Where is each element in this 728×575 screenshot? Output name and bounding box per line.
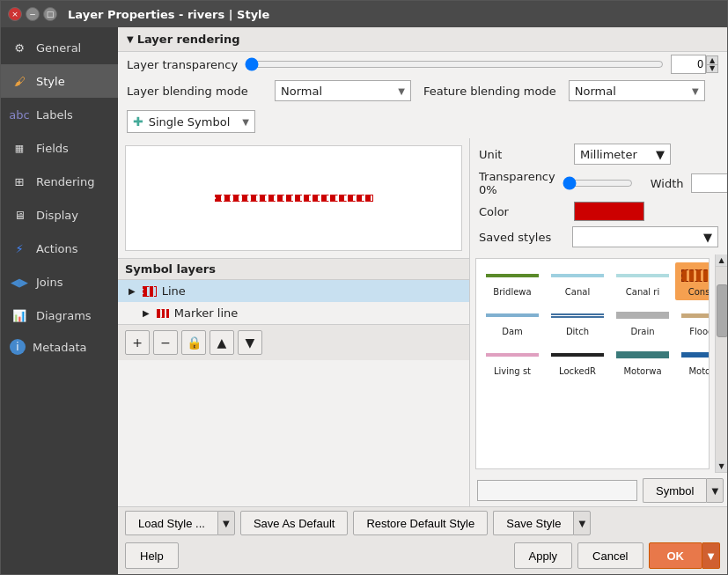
maximize-button[interactable]: □ [43, 7, 57, 21]
saved-styles-label: Saved styles [479, 231, 567, 244]
transparency-value[interactable]: 0 [671, 55, 706, 74]
style-name-input[interactable]: Construction road [477, 480, 637, 501]
sidebar-item-style[interactable]: 🖌 Style [1, 64, 118, 98]
sidebar-label-joins: Joins [36, 276, 63, 289]
sidebar-item-rendering[interactable]: ⊞ Rendering [1, 165, 118, 198]
symbol-button-split: Symbol ▼ [643, 478, 724, 503]
move-up-button[interactable]: ▲ [210, 330, 234, 355]
lockedr-preview [548, 345, 607, 365]
titlebar: × − □ Layer Properties - rivers | Style [1, 1, 727, 27]
sidebar-item-metadata[interactable]: i Metadata [1, 332, 118, 362]
construc-preview [678, 266, 710, 285]
style-cell-ditch[interactable]: Ditch [545, 302, 610, 340]
style-cell-motorwa2[interactable]: Motorwa [675, 342, 710, 380]
sidebar-label-actions: Actions [36, 242, 78, 255]
sidebar-item-general[interactable]: ⚙ General [1, 31, 118, 64]
save-default-button[interactable]: Save As Default [240, 511, 349, 535]
sidebar-item-actions[interactable]: ⚡ Actions [1, 232, 118, 265]
layer-blending-combo[interactable]: Normal ▼ [275, 80, 411, 101]
bridleway-preview [482, 266, 542, 285]
style-cell-bridleway[interactable]: Bridlewa [480, 262, 545, 300]
window-controls: × − □ [8, 7, 57, 21]
merge-icon: ◀▶ [10, 272, 29, 291]
expand-icon-child: ▶ [143, 308, 150, 318]
sidebar-item-labels[interactable]: abc Labels [1, 98, 118, 131]
collapse-icon[interactable]: ▼ [127, 34, 134, 44]
saved-styles-row: Saved styles ▼ [479, 226, 718, 247]
move-down-button[interactable]: ▼ [238, 330, 262, 355]
symbol-type-combo[interactable]: ✚ Single Symbol ▼ [127, 110, 255, 133]
sidebar-item-display[interactable]: 🖥 Display [1, 198, 118, 232]
layer-item-line[interactable]: ▶ Line [118, 280, 469, 302]
transparency-up[interactable]: ▲ [706, 55, 718, 64]
ok-button[interactable]: OK [649, 542, 703, 569]
canal-name: Canal [547, 287, 608, 297]
lock-layer-button[interactable]: 🔒 [181, 330, 206, 355]
symbol-type-icon: ✚ [133, 114, 143, 129]
restore-button[interactable]: Restore Default Style [353, 511, 488, 535]
remove-layer-button[interactable]: − [153, 330, 178, 355]
color-picker[interactable] [574, 202, 644, 221]
save-style-arrow[interactable]: ▼ [573, 511, 591, 535]
sidebar-item-fields[interactable]: ▦ Fields [1, 131, 118, 165]
unit-combo[interactable]: Millimeter ▼ [574, 144, 671, 165]
ditch-name: Ditch [547, 327, 608, 336]
layer-item-marker-line[interactable]: ▶ Marker line [118, 302, 469, 324]
style-cell-canal[interactable]: Canal [545, 262, 610, 300]
unit-row: Unit Millimeter ▼ [479, 144, 718, 165]
style-row-1: Bridlewa Canal Canal ri [480, 262, 705, 300]
drain-name: Drain [612, 327, 673, 336]
symbol-button[interactable]: Symbol [643, 478, 706, 503]
load-style-arrow[interactable]: ▼ [217, 511, 235, 535]
sidebar-label-diagrams: Diagrams [36, 309, 92, 322]
construc-name: Construc [677, 287, 710, 297]
style-cell-motorwa1[interactable]: Motorwa [610, 342, 675, 380]
blending-label: Layer blending mode [127, 85, 268, 98]
transparency-slider[interactable] [245, 57, 664, 71]
ok-button-arrow[interactable]: ▼ [702, 542, 720, 569]
symbol-type-row: ✚ Single Symbol ▼ [118, 105, 727, 138]
expand-icon: ▶ [129, 286, 136, 296]
sidebar-label-display: Display [36, 209, 78, 222]
symbol-button-arrow[interactable]: ▼ [706, 478, 724, 503]
bridleway-name: Bridlewa [482, 287, 543, 297]
sidebar-item-joins[interactable]: ◀▶ Joins [1, 265, 118, 299]
sidebar-label-style: Style [36, 75, 65, 88]
unit-value: Millimeter [580, 148, 637, 161]
motorwa1-name: Motorwa [612, 366, 673, 376]
close-button[interactable]: × [8, 7, 22, 21]
style-scrollbar[interactable]: ▲ ▼ [715, 254, 727, 473]
scroll-down-icon[interactable]: ▼ [716, 461, 727, 473]
transparency-arrows: ▲ ▼ [706, 55, 718, 73]
scroll-up-icon[interactable]: ▲ [716, 254, 727, 267]
transparency-width-row: Transparency 0% Width 1,50000 ▲ ▼ [479, 170, 718, 196]
motorwa1-preview [613, 345, 673, 365]
width-value[interactable]: 1,50000 [691, 173, 728, 193]
table-icon: ▦ [10, 138, 29, 158]
style-cell-dam[interactable]: Dam [480, 302, 545, 340]
scroll-thumb[interactable] [717, 284, 727, 337]
style-cell-floodwa[interactable]: Floodwa [675, 302, 710, 340]
style-cell-canal-ri[interactable]: Canal ri [610, 262, 675, 300]
style-grid-container: Bridlewa Canal Canal ri [470, 254, 727, 473]
unit-arrow-icon: ▼ [656, 148, 665, 161]
style-cell-livingst[interactable]: Living st [480, 342, 545, 380]
sidebar-item-diagrams[interactable]: 📊 Diagrams [1, 299, 118, 332]
sidebar: ⚙ General 🖌 Style abc Labels ▦ Fields ⊞ … [1, 27, 118, 574]
minimize-button[interactable]: − [26, 7, 40, 21]
add-layer-button[interactable]: + [125, 330, 150, 355]
help-button[interactable]: Help [125, 542, 179, 569]
saved-styles-combo[interactable]: ▼ [572, 226, 718, 247]
load-style-button[interactable]: Load Style ... [125, 511, 217, 535]
symbol-layers-label: Symbol layers [118, 258, 469, 280]
style-cell-drain[interactable]: Drain [610, 302, 675, 340]
style-cell-construc[interactable]: Construc [675, 262, 710, 300]
transparency-row: Layer transparency 0 ▲ ▼ [118, 52, 727, 77]
save-style-button[interactable]: Save Style [493, 511, 573, 535]
apply-button[interactable]: Apply [514, 542, 573, 569]
style-cell-lockedr[interactable]: LockedR [545, 342, 610, 380]
transparency-down[interactable]: ▼ [706, 64, 718, 73]
sym-transparency-slider[interactable] [563, 176, 633, 190]
feature-blending-combo[interactable]: Normal ▼ [569, 80, 705, 101]
cancel-button[interactable]: Cancel [577, 542, 643, 569]
